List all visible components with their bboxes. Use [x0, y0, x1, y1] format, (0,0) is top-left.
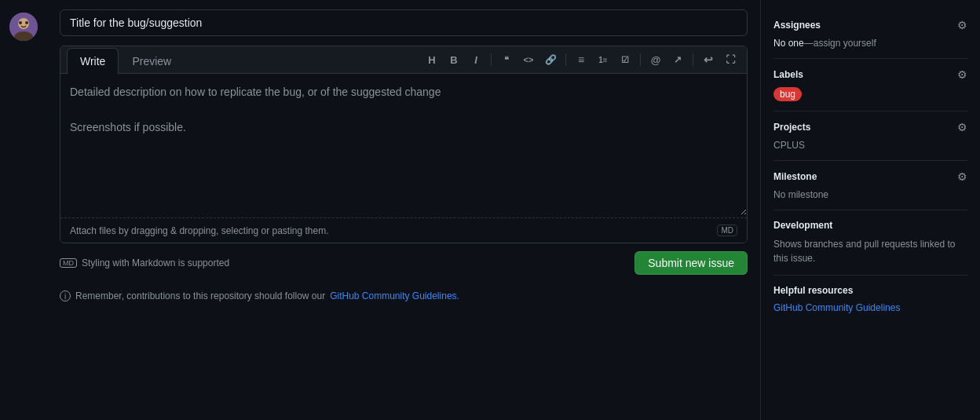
bug-label-badge[interactable]: bug	[773, 87, 802, 101]
mention-icon[interactable]: @	[645, 49, 666, 70]
labels-header: Labels ⚙	[773, 68, 967, 81]
svg-point-4	[25, 21, 28, 24]
quote-icon[interactable]: ❝	[496, 49, 517, 70]
milestone-gear-icon[interactable]: ⚙	[957, 170, 967, 183]
projects-title: Projects	[773, 122, 810, 133]
labels-title: Labels	[773, 69, 803, 80]
title-input[interactable]	[60, 9, 748, 36]
assignees-no-one: No one	[773, 38, 804, 49]
helpful-resources-title: Helpful resources	[773, 285, 853, 296]
md-icon-small: MD	[60, 258, 77, 268]
tabs-left: Write Preview	[67, 47, 185, 73]
assignees-header: Assignees ⚙	[773, 19, 967, 31]
editor-textarea[interactable]: Detailed description on how to replicate…	[60, 74, 747, 215]
assignees-gear-icon[interactable]: ⚙	[957, 19, 967, 31]
projects-section: Projects ⚙ CPLUS	[773, 111, 967, 161]
milestone-value: No milestone	[773, 189, 967, 200]
editor-container: Write Preview H B I ❝ <> 🔗 ≡ 1≡ ☑ @ ↗ ↩	[60, 46, 748, 243]
milestone-section: Milestone ⚙ No milestone	[773, 161, 967, 210]
projects-header: Projects ⚙	[773, 121, 967, 133]
labels-section: Labels ⚙ bug	[773, 59, 967, 111]
markdown-note-text: Styling with Markdown is supported	[82, 257, 229, 268]
code-icon[interactable]: <>	[518, 49, 539, 70]
fullscreen-icon[interactable]: ⛶	[720, 49, 740, 70]
development-text: Shows branches and pull requests linked …	[773, 237, 967, 265]
tasklist-icon[interactable]: ☑	[615, 49, 635, 70]
projects-value: CPLUS	[773, 140, 967, 151]
svg-point-3	[19, 21, 22, 24]
reference-icon[interactable]: ↗	[667, 49, 688, 70]
info-icon: i	[60, 290, 71, 301]
assignees-value: No one—assign yourself	[773, 38, 967, 49]
toolbar-separator-3	[640, 53, 641, 66]
projects-gear-icon[interactable]: ⚙	[957, 121, 967, 133]
toolbar-separator-4	[693, 53, 693, 66]
markdown-note: MD Styling with Markdown is supported	[60, 257, 229, 268]
assignees-suffix[interactable]: —assign yourself	[804, 38, 876, 49]
italic-icon[interactable]: I	[466, 49, 486, 70]
toolbar-separator-2	[565, 53, 566, 66]
contrib-note-text: Remember, contributions to this reposito…	[75, 290, 325, 301]
toolbar: H B I ❝ <> 🔗 ≡ 1≡ ☑ @ ↗ ↩ ⛶	[422, 46, 740, 73]
assignees-title: Assignees	[773, 20, 821, 31]
helpful-resources-section: Helpful resources GitHub Community Guide…	[773, 276, 967, 323]
tab-write[interactable]: Write	[67, 48, 119, 74]
file-attach-area[interactable]: Attach files by dragging & dropping, sel…	[60, 217, 747, 243]
helpful-community-guidelines-link[interactable]: GitHub Community Guidelines	[773, 302, 967, 313]
bold-icon[interactable]: B	[444, 49, 464, 70]
undo-icon[interactable]: ↩	[698, 49, 719, 70]
avatar-column	[0, 0, 47, 420]
tabs-toolbar-bar: Write Preview H B I ❝ <> 🔗 ≡ 1≡ ☑ @ ↗ ↩	[60, 46, 747, 74]
main-content: Write Preview H B I ❝ <> 🔗 ≡ 1≡ ☑ @ ↗ ↩	[47, 0, 760, 420]
file-attach-text: Attach files by dragging & dropping, sel…	[70, 225, 329, 236]
development-header: Development	[773, 220, 967, 231]
toolbar-separator-1	[491, 53, 492, 66]
heading-icon[interactable]: H	[422, 49, 442, 70]
tab-preview[interactable]: Preview	[119, 48, 185, 74]
unordered-list-icon[interactable]: ≡	[571, 49, 591, 70]
ordered-list-icon[interactable]: 1≡	[593, 49, 613, 70]
helpful-resources-header: Helpful resources	[773, 285, 967, 296]
development-title: Development	[773, 220, 832, 231]
right-sidebar: Assignees ⚙ No one—assign yourself Label…	[760, 0, 980, 420]
editor-footer: MD Styling with Markdown is supported Su…	[60, 243, 748, 283]
avatar	[9, 13, 38, 41]
milestone-header: Milestone ⚙	[773, 170, 967, 183]
assignees-section: Assignees ⚙ No one—assign yourself	[773, 9, 967, 59]
labels-gear-icon[interactable]: ⚙	[957, 68, 967, 81]
community-guidelines-link[interactable]: GitHub Community Guidelines.	[330, 290, 459, 301]
md-badge: MD	[717, 225, 737, 236]
link-icon[interactable]: 🔗	[540, 49, 561, 70]
development-section: Development Shows branches and pull requ…	[773, 210, 967, 276]
milestone-title: Milestone	[773, 171, 817, 182]
contribution-note: i Remember, contributions to this reposi…	[60, 290, 748, 301]
submit-new-issue-button[interactable]: Submit new issue	[634, 251, 748, 275]
